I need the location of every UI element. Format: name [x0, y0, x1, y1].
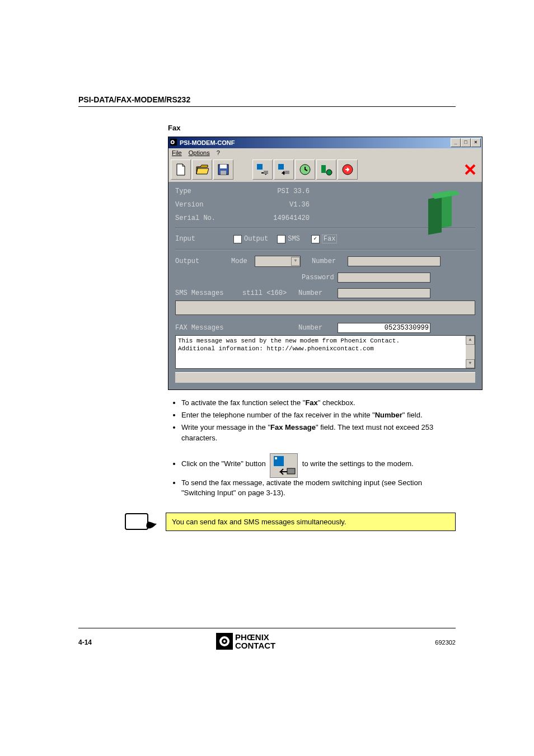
menu-bar: File Options ? — [168, 148, 482, 157]
svg-rect-8 — [278, 164, 284, 170]
svg-rect-19 — [287, 468, 295, 474]
svg-rect-18 — [275, 457, 277, 459]
page-number: 4-14 — [78, 638, 92, 646]
new-button[interactable] — [171, 159, 191, 180]
instruction-click-write: Click on the "Write" button to write the… — [181, 453, 456, 476]
instruction-send-fax: To send the fax message, activate the mo… — [181, 478, 456, 498]
clock-icon — [298, 163, 312, 176]
sms-checkbox-label: SMS — [288, 235, 300, 243]
clock-button[interactable] — [295, 159, 315, 180]
output-number-label: Number — [312, 257, 348, 265]
connect-button[interactable] — [338, 159, 358, 180]
document-header: PSI-DATA/FAX-MODEM/RS232 — [78, 95, 456, 104]
window-titlebar[interactable]: PSI-MODEM-CONF _ □ × — [168, 137, 482, 148]
status-bar — [175, 372, 475, 383]
svg-point-24 — [223, 640, 226, 642]
fax-message-text: This message was send by the new modem f… — [178, 337, 400, 352]
close-button[interactable]: × — [471, 138, 481, 147]
output-number-field[interactable] — [348, 256, 441, 266]
sms-message-area[interactable] — [175, 300, 475, 315]
sms-checkbox[interactable] — [277, 235, 285, 243]
gear-device-icon — [320, 163, 333, 176]
svg-rect-6 — [257, 164, 263, 170]
footer-rule — [78, 628, 456, 628]
menu-file[interactable]: File — [172, 149, 182, 156]
fax-messages-label: FAX Messages — [175, 324, 298, 332]
input-label: Input — [175, 235, 231, 243]
document-icon — [174, 163, 188, 176]
password-field[interactable] — [338, 273, 430, 283]
sms-messages-label: SMS Messages — [175, 289, 242, 297]
version-label: Version — [175, 201, 231, 209]
svg-rect-20 — [125, 514, 148, 529]
mode-combo[interactable]: ▼ — [255, 256, 301, 267]
sms-number-label: Number — [298, 289, 338, 297]
app-icon — [170, 138, 177, 147]
folder-open-icon — [195, 163, 209, 176]
fax-scrollbar[interactable]: ▲ ▼ — [466, 336, 475, 368]
write-modem-icon — [277, 163, 291, 176]
note-box: You can send fax and SMS messages simult… — [166, 513, 456, 531]
output-section-label: Output — [175, 257, 231, 265]
fax-number-field[interactable]: 05235330999 — [338, 323, 430, 333]
sms-number-field[interactable] — [338, 288, 430, 298]
device-image — [417, 191, 464, 240]
toolbar — [168, 157, 482, 182]
save-button[interactable] — [213, 159, 233, 180]
open-button[interactable] — [192, 159, 212, 180]
type-label: Type — [175, 187, 231, 195]
fax-checkbox[interactable]: ✓ — [311, 235, 320, 243]
document-number: 692302 — [435, 639, 456, 646]
output-checkbox[interactable] — [233, 235, 242, 243]
floppy-icon — [217, 163, 230, 176]
red-x-icon — [463, 163, 477, 176]
write-button[interactable] — [274, 159, 294, 180]
write-button-large-icon — [270, 453, 298, 478]
fax-checkbox-label: Fax — [322, 234, 338, 243]
instruction-list: To activate the fax function select the … — [168, 398, 456, 498]
svg-rect-11 — [321, 165, 326, 173]
svg-rect-9 — [285, 171, 289, 174]
svg-rect-15 — [428, 196, 442, 234]
password-label: Password — [302, 274, 338, 281]
fax-message-area[interactable]: This message was send by the new modem f… — [175, 335, 475, 369]
header-rule — [78, 106, 456, 107]
instruction-enter-number: Enter the telephone number of the fax re… — [181, 410, 456, 420]
type-value: PSI 33.6 — [231, 187, 310, 195]
instruction-write-message: Write your message in the "Fax Message" … — [181, 422, 456, 443]
section-heading-fax: Fax — [168, 124, 456, 132]
svg-rect-5 — [221, 171, 226, 175]
connect-icon — [341, 163, 354, 176]
maximize-button[interactable]: □ — [461, 138, 471, 147]
phoenix-contact-logo: PHŒNIX CONTACT — [216, 632, 311, 652]
menu-help[interactable]: ? — [217, 149, 220, 156]
psi-modem-conf-window: PSI-MODEM-CONF _ □ × File Options ? — [168, 137, 483, 390]
serial-value: 149641420 — [231, 214, 310, 222]
fax-number-label: Number — [298, 324, 338, 332]
window-title: PSI-MODEM-CONF — [180, 139, 235, 146]
menu-options[interactable]: Options — [189, 149, 210, 156]
svg-rect-7 — [264, 171, 268, 174]
minimize-button[interactable]: _ — [451, 138, 461, 147]
output-checkbox-label: Output — [244, 235, 268, 243]
svg-point-12 — [326, 170, 332, 175]
sms-remaining: still <160> — [242, 289, 298, 297]
read-modem-icon — [256, 163, 269, 176]
serial-label: Serial No. — [175, 214, 231, 222]
svg-point-2 — [172, 141, 174, 143]
settings-button[interactable] — [316, 159, 336, 180]
read-button[interactable] — [252, 159, 273, 180]
svg-text:CONTACT: CONTACT — [235, 641, 275, 650]
mode-label: Mode — [231, 257, 255, 265]
version-value: V1.36 — [231, 201, 310, 209]
instruction-activate-fax: To activate the fax function select the … — [181, 398, 456, 408]
exit-button[interactable] — [461, 160, 480, 179]
svg-rect-4 — [220, 165, 227, 168]
note-hand-icon — [124, 510, 158, 533]
